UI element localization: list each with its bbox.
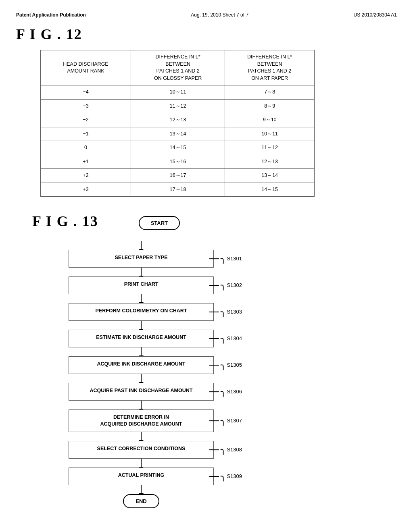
step-label-s1303: ╮S1303 [209, 308, 242, 316]
arrow-connector [40, 294, 242, 303]
fig12-table: HEAD DISCHARGEAMOUNT RANK DIFFERENCE IN … [40, 50, 315, 197]
step-bracket: ╮ [221, 472, 226, 480]
table-cell: −1 [41, 127, 131, 141]
step-bracket: ╮ [221, 255, 226, 263]
arrow-down [141, 374, 142, 383]
table-cell: +2 [41, 169, 131, 183]
pub-date-sheet: Aug. 19, 2010 Sheet 7 of 7 [191, 12, 248, 18]
col-header-glossy: DIFFERENCE IN L*BETWEENPATCHES 1 AND 2ON… [131, 50, 225, 85]
step-label-s1306: ╮S1306 [209, 388, 242, 396]
process-box-s1305: ACQUIRE INK DISCHARGE AMOUNT [69, 356, 214, 374]
table-cell: −4 [41, 85, 131, 100]
table-cell: +1 [41, 155, 131, 169]
flow-item: PERFORM COLORIMETRY ON CHART╮S1303 [40, 303, 242, 321]
arrow-connector [40, 321, 242, 330]
step-bracket: ╮ [221, 361, 226, 369]
step-bracket: ╮ [221, 281, 226, 289]
flow-item: SELECT PAPER TYPE╮S1301 [40, 250, 242, 268]
step-id-text: S1309 [227, 473, 242, 479]
step-bracket: ╮ [221, 417, 226, 425]
step-bracket: ╮ [221, 388, 226, 396]
table-cell: 11～12 [131, 99, 225, 113]
process-box-s1301: SELECT PAPER TYPE [69, 250, 214, 268]
table-row: −113～1410～11 [41, 127, 315, 141]
table-cell: 12～13 [225, 155, 315, 169]
fig13-title: F I G . 13 [32, 213, 98, 230]
arrow-connector [40, 241, 242, 250]
process-box-s1304: ESTIMATE INK DISCHARGE AMOUNT [69, 330, 214, 347]
step-connector-line [209, 338, 219, 339]
arrow-connector [40, 347, 242, 356]
step-connector-line [209, 420, 219, 421]
table-row: +216～1713～14 [41, 169, 315, 183]
arrow-down [141, 485, 142, 494]
end-oval-wrapper: END [40, 494, 242, 508]
table-cell: 13～14 [225, 169, 315, 183]
start-oval: START [139, 216, 180, 230]
step-connector-line [209, 476, 219, 477]
process-box-s1308: SELECT CORRECTION CONDITIONS [69, 441, 214, 459]
step-label-s1308: ╮S1308 [209, 446, 242, 454]
fig12-section: F I G . 12 HEAD DISCHARGEAMOUNT RANK DIF… [16, 26, 397, 197]
table-cell: +3 [41, 183, 131, 197]
step-id-text: S1304 [227, 335, 242, 341]
step-connector-line [209, 258, 219, 259]
arrow-down [141, 432, 142, 441]
arrow-down [141, 241, 142, 250]
table-cell: 17～18 [131, 183, 225, 197]
table-cell: 15～16 [131, 155, 225, 169]
process-box-s1306: ACQUIRE PAST INK DISCHARGE AMOUNT [69, 383, 214, 401]
arrow-connector [40, 459, 242, 468]
table-row: +317～1814～15 [41, 183, 315, 197]
flowchart: SELECT PAPER TYPE╮S1301PRINT CHART╮S1302… [40, 241, 397, 508]
table-cell: 8～9 [225, 99, 315, 113]
step-label-s1309: ╮S1309 [209, 472, 242, 480]
flow-item: ESTIMATE INK DISCHARGE AMOUNT╮S1304 [40, 330, 242, 347]
table-cell: 9～10 [225, 113, 315, 127]
flow-item: DETERMINE ERROR INACQUIRED DISCHARGE AMO… [40, 409, 242, 432]
table-row: −311～128～9 [41, 99, 315, 113]
flow-item: PRINT CHART╮S1302 [40, 276, 242, 294]
process-box-s1303: PERFORM COLORIMETRY ON CHART [69, 303, 214, 321]
process-box-s1307: DETERMINE ERROR INACQUIRED DISCHARGE AMO… [69, 409, 214, 432]
step-id-text: S1307 [227, 418, 242, 424]
step-connector-line [209, 449, 219, 450]
page-header: Patent Application Publication Aug. 19, … [16, 8, 397, 26]
table-row: −212～139～10 [41, 113, 315, 127]
step-label-s1302: ╮S1302 [209, 281, 242, 289]
flow-item: SELECT CORRECTION CONDITIONS╮S1308 [40, 441, 242, 459]
step-id-text: S1306 [227, 389, 242, 395]
table-cell: −2 [41, 113, 131, 127]
arrow-connector [40, 374, 242, 383]
step-connector-line [209, 312, 219, 312]
step-id-text: S1305 [227, 362, 242, 368]
arrow-down [141, 294, 142, 303]
table-cell: 14～15 [131, 141, 225, 155]
arrow-down [141, 459, 142, 468]
step-id-text: S1301 [227, 256, 242, 262]
arrow-down [141, 321, 142, 330]
step-connector-line [209, 391, 219, 392]
table-cell: 13～14 [131, 127, 225, 141]
step-label-s1301: ╮S1301 [209, 255, 242, 263]
pub-number: US 2010/208304 A1 [354, 12, 397, 18]
arrow-connector [40, 268, 242, 276]
flow-item: ACQUIRE PAST INK DISCHARGE AMOUNT╮S1306 [40, 383, 242, 401]
arrow-down [141, 347, 142, 356]
table-cell: 14～15 [225, 183, 315, 197]
table-cell: 16～17 [131, 169, 225, 183]
table-cell: 11～12 [225, 141, 315, 155]
table-row: +115～1612～13 [41, 155, 315, 169]
step-id-text: S1303 [227, 309, 242, 315]
flow-item: ACQUIRE INK DISCHARGE AMOUNT╮S1305 [40, 356, 242, 374]
step-id-text: S1308 [227, 447, 242, 453]
arrow-connector [40, 432, 242, 441]
step-bracket: ╮ [221, 308, 226, 316]
fig13-section: F I G . 13 START SELECT PAPER TYPE╮S1301… [32, 213, 397, 508]
arrow-connector [40, 485, 242, 494]
publication-title: Patent Application Publication [16, 12, 86, 18]
step-label-s1304: ╮S1304 [209, 335, 242, 343]
fig12-title: F I G . 12 [16, 26, 397, 43]
table-row: 014～1511～12 [41, 141, 315, 155]
table-cell: 10～11 [131, 85, 225, 100]
